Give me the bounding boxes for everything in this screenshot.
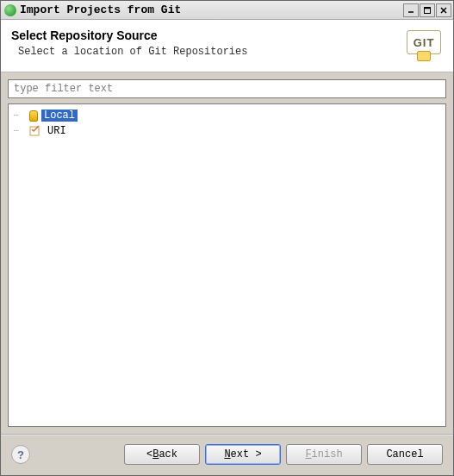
window-controls — [402, 3, 451, 17]
wizard-header: Select Repository Source Select a locati… — [1, 20, 453, 72]
window-title: Import Projects from Git — [20, 3, 402, 16]
help-icon: ? — [17, 448, 24, 461]
close-icon — [439, 6, 448, 15]
page-subtitle: Select a location of Git Repositories — [11, 46, 405, 58]
finish-button: Finish — [286, 444, 362, 465]
git-logo: GIT — [405, 28, 443, 61]
checklist-icon — [29, 125, 41, 137]
wizard-window: Import Projects from Git Select Reposito… — [0, 0, 454, 476]
back-button[interactable]: < Back — [124, 444, 200, 465]
content-area: ┈ Local ┈ URI — [1, 72, 453, 427]
filter-input[interactable] — [8, 79, 446, 98]
titlebar: Import Projects from Git — [1, 1, 453, 20]
tree-connector: ┈ — [14, 126, 29, 136]
tree-item-uri[interactable]: ┈ URI — [10, 123, 444, 139]
header-text: Select Repository Source Select a locati… — [11, 28, 405, 58]
maximize-icon — [423, 6, 432, 15]
maximize-button[interactable] — [420, 3, 435, 17]
cancel-button[interactable]: Cancel — [367, 444, 443, 465]
wizard-footer: ? < Back Next > Finish Cancel — [1, 435, 453, 475]
app-icon — [4, 4, 16, 16]
next-button[interactable]: Next > — [205, 444, 281, 465]
git-logo-text: GIT — [414, 36, 435, 49]
close-button[interactable] — [436, 3, 451, 17]
repository-source-tree[interactable]: ┈ Local ┈ URI — [8, 103, 446, 427]
minimize-button[interactable] — [403, 3, 419, 17]
tree-connector: ┈ — [14, 110, 29, 121]
help-button[interactable]: ? — [11, 445, 30, 464]
tree-item-label: URI — [45, 125, 69, 137]
tree-item-local[interactable]: ┈ Local — [10, 108, 444, 123]
minimize-icon — [407, 6, 415, 15]
database-icon — [29, 110, 38, 122]
page-title: Select Repository Source — [11, 28, 405, 42]
tree-item-label: Local — [41, 110, 78, 122]
